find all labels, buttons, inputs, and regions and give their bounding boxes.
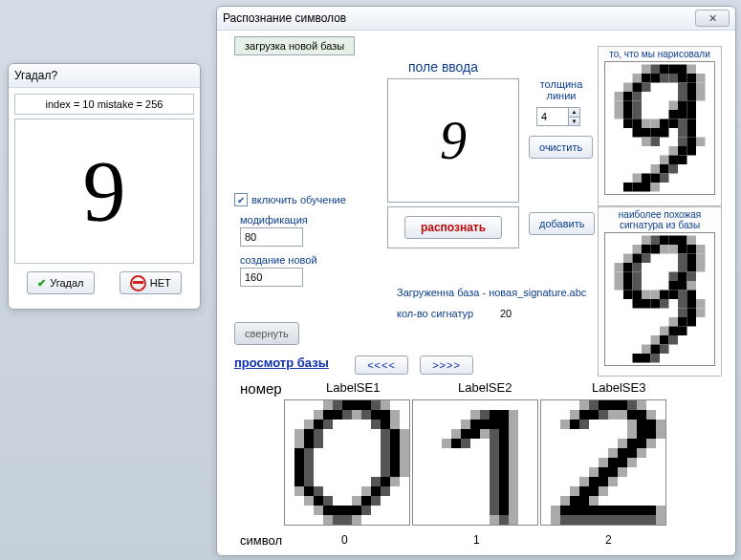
svg-rect-276 <box>570 410 579 420</box>
svg-rect-233 <box>461 429 470 439</box>
base-thumb-2 <box>540 399 666 526</box>
svg-rect-99 <box>696 263 706 272</box>
svg-rect-243 <box>499 439 509 448</box>
clear-button-label: очистить <box>539 141 582 153</box>
spinner-up-icon[interactable]: ▲ <box>568 108 579 118</box>
svg-rect-177 <box>390 439 400 448</box>
next-button[interactable]: >>>> <box>420 355 473 375</box>
svg-rect-141 <box>660 345 669 355</box>
base-thumb-0 <box>284 399 410 526</box>
svg-rect-145 <box>323 400 333 410</box>
matched-signature-caption: наиболее похожая сигнатура из базы <box>600 209 719 230</box>
svg-rect-190 <box>304 467 314 477</box>
modification-input[interactable]: 80 <box>240 227 303 247</box>
svg-rect-127 <box>678 309 687 318</box>
svg-rect-126 <box>696 299 706 309</box>
prev-button[interactable]: <<<< <box>355 355 408 375</box>
predicted-digit: 9 <box>14 118 194 264</box>
svg-rect-10 <box>669 74 679 83</box>
training-checkbox-row[interactable]: ✔ включить обучение <box>234 193 346 206</box>
svg-rect-112 <box>623 291 633 300</box>
svg-rect-39 <box>633 119 643 129</box>
svg-rect-81 <box>642 245 651 254</box>
svg-rect-43 <box>669 119 679 129</box>
svg-rect-146 <box>333 400 342 410</box>
svg-rect-14 <box>623 83 633 93</box>
svg-rect-51 <box>687 128 697 138</box>
svg-rect-317 <box>579 486 589 496</box>
svg-rect-295 <box>656 429 665 439</box>
signature-count-label: кол-во сигнатур <box>397 308 473 319</box>
svg-rect-279 <box>599 410 608 420</box>
svg-rect-241 <box>461 439 470 448</box>
svg-rect-290 <box>646 420 656 429</box>
svg-rect-114 <box>642 291 651 300</box>
svg-rect-182 <box>390 448 400 458</box>
svg-rect-54 <box>678 138 687 147</box>
guessed-yes-button[interactable]: ✔ Угадал <box>27 271 94 294</box>
spinner-down-icon[interactable]: ▼ <box>568 118 579 126</box>
svg-rect-44 <box>678 119 687 129</box>
svg-rect-187 <box>390 458 400 467</box>
svg-rect-316 <box>570 486 579 496</box>
thickness-value: 4 <box>537 108 568 125</box>
main-titlebar[interactable]: Распознание символов ✕ <box>217 7 735 31</box>
svg-rect-102 <box>633 272 643 282</box>
svg-rect-310 <box>608 467 618 477</box>
svg-rect-337 <box>560 515 570 525</box>
svg-rect-122 <box>651 299 661 309</box>
svg-rect-110 <box>678 281 687 291</box>
view-base-link-label: просмотр базы <box>234 355 329 370</box>
svg-rect-142 <box>633 354 643 363</box>
svg-rect-251 <box>490 467 499 477</box>
svg-rect-80 <box>633 245 643 254</box>
recognize-button[interactable]: распознать <box>404 216 502 239</box>
guessed-no-button[interactable]: НЕТ <box>120 271 182 294</box>
create-new-label: создание новой <box>240 254 317 266</box>
main-window: Распознание символов ✕ загрузка новой ба… <box>216 6 736 556</box>
svg-rect-144 <box>651 354 661 363</box>
svg-rect-199 <box>294 486 304 496</box>
create-new-input[interactable]: 160 <box>240 268 303 287</box>
svg-rect-7 <box>642 74 651 83</box>
svg-rect-108 <box>633 281 643 291</box>
svg-rect-320 <box>560 496 570 506</box>
svg-rect-162 <box>314 420 323 429</box>
svg-rect-280 <box>608 410 618 420</box>
svg-rect-163 <box>323 420 333 429</box>
svg-rect-300 <box>608 448 618 458</box>
svg-rect-109 <box>669 281 679 291</box>
svg-rect-119 <box>687 291 697 300</box>
collapse-button[interactable]: свернуть <box>234 322 299 345</box>
svg-rect-180 <box>304 448 314 458</box>
svg-rect-62 <box>678 156 687 165</box>
close-icon: ✕ <box>708 12 717 25</box>
svg-rect-232 <box>451 429 461 439</box>
svg-rect-265 <box>509 506 518 515</box>
svg-rect-270 <box>589 400 599 410</box>
svg-rect-260 <box>490 496 499 506</box>
modification-value: 80 <box>245 231 256 243</box>
svg-rect-294 <box>646 429 656 439</box>
svg-rect-86 <box>687 245 697 254</box>
close-button[interactable]: ✕ <box>695 10 730 27</box>
svg-rect-281 <box>618 410 627 420</box>
training-checkbox[interactable]: ✔ <box>234 193 248 206</box>
svg-rect-55 <box>687 138 697 147</box>
tab-load-base[interactable]: загрузка новой базы <box>234 36 355 55</box>
add-button[interactable]: добавить <box>529 212 595 235</box>
matched-signature-grid <box>604 232 715 366</box>
svg-rect-0 <box>642 65 651 75</box>
svg-rect-37 <box>687 110 697 119</box>
svg-rect-287 <box>579 420 589 429</box>
thickness-spinner[interactable]: 4 ▲ ▼ <box>536 107 580 126</box>
drawing-canvas[interactable]: 9 <box>387 78 519 203</box>
svg-rect-218 <box>333 515 342 525</box>
svg-rect-255 <box>499 477 509 486</box>
svg-rect-322 <box>579 496 589 506</box>
guess-dialog-titlebar[interactable]: Угадал? <box>9 64 200 88</box>
svg-rect-104 <box>678 272 687 282</box>
clear-button[interactable]: очистить <box>529 136 593 159</box>
view-base-link[interactable]: просмотр базы <box>234 355 329 370</box>
svg-rect-9 <box>660 74 669 83</box>
